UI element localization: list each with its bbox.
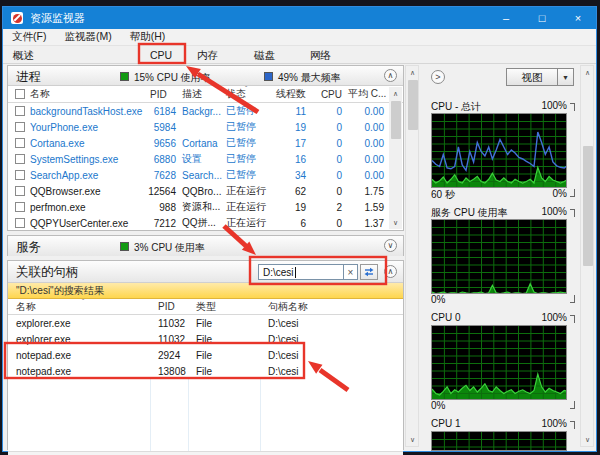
tab-disk[interactable]: 磁盘 bbox=[250, 48, 279, 63]
expand-down-icon[interactable]: ∨ bbox=[384, 239, 397, 252]
cell-name: notepad.exe bbox=[8, 350, 150, 361]
menu-monitor[interactable]: 监视器(M) bbox=[55, 30, 120, 44]
process-row[interactable]: QQBrowser.exe12564QQBro...正在运行6201.75 bbox=[8, 183, 403, 199]
cell-avg: 1.59 bbox=[348, 202, 390, 213]
clear-search-icon[interactable]: × bbox=[344, 264, 358, 280]
process-row[interactable]: YourPhone.exe5984已暂停1900.00 bbox=[8, 119, 403, 135]
handle-search-area: D:\cesi × bbox=[258, 264, 378, 281]
cell-desc: Cortana bbox=[182, 138, 226, 149]
horizontal-scrollbar[interactable] bbox=[8, 451, 403, 455]
cell-desc: Search... bbox=[182, 170, 226, 181]
col-name[interactable]: 名称 bbox=[30, 87, 148, 101]
handle-row[interactable]: explorer.exe11032FileD:\cesi bbox=[8, 331, 403, 347]
view-dropdown-icon[interactable]: ▼ bbox=[558, 68, 574, 86]
select-all-checkbox[interactable] bbox=[15, 89, 25, 99]
view-button[interactable]: 视图 bbox=[506, 68, 558, 86]
cell-name: explorer.exe bbox=[8, 334, 150, 345]
graph-timescale: 60 秒 bbox=[431, 188, 455, 202]
graph-max: 100% bbox=[541, 312, 567, 323]
row-checkbox[interactable] bbox=[15, 170, 25, 180]
scroll-thumb[interactable] bbox=[391, 101, 401, 139]
scroll-down-icon[interactable]: ∨ bbox=[406, 433, 419, 446]
col-pid[interactable]: PID bbox=[148, 89, 182, 100]
handle-row[interactable]: notepad.exe13808FileD:\cesi bbox=[8, 363, 403, 379]
graph-cpu0: CPU 0100% 0% bbox=[431, 312, 567, 413]
col-desc[interactable]: 描述 bbox=[182, 87, 226, 101]
row-checkbox[interactable] bbox=[15, 122, 25, 132]
cell-desc: 设置 bbox=[182, 152, 226, 166]
scroll-up-icon[interactable]: ∧ bbox=[581, 66, 594, 79]
graph-title: 服务 CPU 使用率 bbox=[431, 206, 508, 220]
handle-row[interactable]: explorer.exe11032FileD:\cesi bbox=[8, 315, 403, 331]
search-handles-button[interactable] bbox=[360, 264, 378, 280]
minimize-button[interactable]: – bbox=[488, 7, 524, 29]
row-checkbox[interactable] bbox=[15, 138, 25, 148]
handle-search-input[interactable]: D:\cesi bbox=[258, 264, 344, 280]
close-button[interactable]: × bbox=[560, 7, 596, 29]
col-handle-name[interactable]: 句柄名称 bbox=[260, 300, 403, 314]
titlebar: 资源监视器 – □ × bbox=[3, 7, 596, 29]
process-row[interactable]: Cortana.exe9656Cortana已暂停1700.00 bbox=[8, 135, 403, 151]
process-row[interactable]: perfmon.exe988资源和...正在运行1921.59 bbox=[8, 199, 403, 215]
scroll-down-icon[interactable]: ∨ bbox=[581, 433, 594, 446]
process-list-scrollbar[interactable]: ∧ ∨ bbox=[389, 87, 402, 229]
cell-status: 已暂停 bbox=[226, 104, 268, 118]
collapse-up-icon[interactable]: ∧ bbox=[384, 69, 397, 82]
menu-help[interactable]: 帮助(H) bbox=[121, 30, 175, 44]
scroll-thumb[interactable] bbox=[583, 146, 593, 266]
search-result-banner: "D:\cesi"的搜索结果 bbox=[8, 283, 403, 299]
scroll-up-icon[interactable]: ∧ bbox=[389, 87, 402, 100]
menu-file[interactable]: 文件(F) bbox=[3, 30, 55, 44]
process-row[interactable]: QQPYUserCenter.exe7212QQ拼...正在运行601.37 bbox=[8, 215, 403, 231]
cell-cpu: 0 bbox=[312, 106, 348, 117]
process-row[interactable]: SearchApp.exe7628Search...已暂停3400.00 bbox=[8, 167, 403, 183]
cell-avg: 1.75 bbox=[348, 186, 390, 197]
row-checkbox[interactable] bbox=[15, 202, 25, 212]
cell-pid: 6184 bbox=[148, 106, 182, 117]
tab-cpu[interactable]: CPU bbox=[146, 48, 176, 63]
col-avg[interactable]: 平均 C... bbox=[348, 87, 390, 101]
right-pane-scrollbar[interactable]: ∧ ∨ bbox=[580, 65, 594, 447]
cell-type: File bbox=[188, 350, 260, 361]
col-cpu[interactable]: CPU bbox=[312, 89, 348, 100]
tab-memory[interactable]: 内存 bbox=[193, 48, 222, 63]
cell-cpu: 0 bbox=[312, 154, 348, 165]
process-row[interactable]: backgroundTaskHost.exe6184Backgr...已暂停11… bbox=[8, 103, 403, 119]
col-pid[interactable]: PID bbox=[150, 301, 188, 312]
collapse-pane-icon[interactable]: > bbox=[431, 70, 445, 84]
cell-status: 已暂停 bbox=[226, 168, 268, 182]
process-row[interactable]: SystemSettings.exe6880设置已暂停1600.00 bbox=[8, 151, 403, 167]
col-type[interactable]: 类型 bbox=[188, 300, 260, 314]
scroll-thumb[interactable] bbox=[408, 80, 418, 130]
col-threads[interactable]: 线程数 bbox=[268, 87, 312, 101]
cell-name: QQBrowser.exe bbox=[30, 186, 148, 197]
handle-row[interactable]: notepad.exe2924FileD:\cesi bbox=[8, 347, 403, 363]
services-section: 服务 3% CPU 使用率 ∨ bbox=[7, 235, 404, 256]
handles-column-headers: 名称 PID 类型 句柄名称 ˆ bbox=[8, 299, 403, 315]
row-checkbox[interactable] bbox=[15, 106, 25, 116]
row-checkbox[interactable] bbox=[15, 218, 25, 228]
cell-status: 正在运行 bbox=[226, 216, 268, 230]
graph-service-cpu: 服务 CPU 使用率100% 0% bbox=[431, 206, 567, 307]
cell-name: backgroundTaskHost.exe bbox=[30, 106, 148, 117]
handles-section-header[interactable]: 关联的句柄 D:\cesi × ∧ bbox=[8, 261, 403, 283]
processes-section-header[interactable]: 进程 15% CPU 使用率 49% 最大频率 ∧ bbox=[8, 66, 403, 86]
services-section-header[interactable]: 服务 3% CPU 使用率 ∨ bbox=[8, 236, 403, 256]
scroll-up-icon[interactable]: ∧ bbox=[406, 66, 419, 79]
cell-name: SystemSettings.exe bbox=[30, 154, 148, 165]
scroll-down-icon[interactable]: ∨ bbox=[389, 216, 402, 229]
sort-caret-icon: ˆ bbox=[245, 85, 247, 92]
tab-overview[interactable]: 概述 bbox=[9, 48, 38, 63]
services-cpu-swatch bbox=[120, 242, 129, 251]
cell-avg: 0.00 bbox=[348, 106, 390, 117]
cell-threads: 19 bbox=[268, 202, 312, 213]
row-checkbox[interactable] bbox=[15, 154, 25, 164]
tab-network[interactable]: 网络 bbox=[306, 48, 335, 63]
maximize-button[interactable]: □ bbox=[524, 7, 560, 29]
row-checkbox[interactable] bbox=[15, 186, 25, 196]
collapse-up-icon[interactable]: ∧ bbox=[384, 265, 397, 278]
cell-pid: 7212 bbox=[148, 218, 182, 229]
left-pane-scrollbar[interactable]: ∧ ∨ bbox=[405, 65, 419, 447]
graph-max: 100% bbox=[541, 418, 567, 429]
services-title: 服务 bbox=[16, 239, 41, 256]
